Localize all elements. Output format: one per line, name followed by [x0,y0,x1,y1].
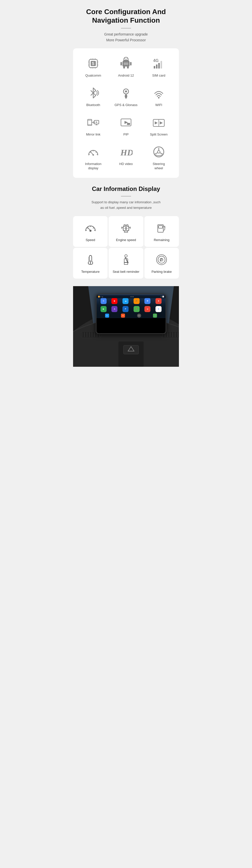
gps-icon [119,85,133,100]
bottom-icon-2: N [121,314,125,318]
feature-qualcomm: S Qualcomm [78,56,108,78]
feature-gps: GPS & Glonass [111,85,141,107]
svg-point-86 [126,229,126,229]
info-temperature: Temperature [73,248,107,279]
fuel-icon [155,221,168,235]
svg-text:4G: 4G [153,58,158,63]
svg-rect-27 [130,62,131,65]
car-image: 📶 ✦ ▲ 15:31 ☰ ⬜ C ▶ ☁ 🎵 ⚙ ■ ▶ A [73,286,179,367]
app-icon-8: 📍 [133,306,139,312]
parking-brake-icon: P [155,253,168,267]
parking-label: Parking brake [152,270,171,274]
gps-label: GPS & Glonass [115,103,137,107]
svg-rect-75 [124,225,126,226]
feature-hd: HD HD video [111,144,141,170]
page-title: Core Configuration And Navigation Functi… [86,7,166,25]
svg-rect-32 [154,66,155,68]
engine-icon [119,221,133,235]
car-dashboard: 📶 ✦ ▲ 15:31 ☰ ⬜ C ▶ ☁ 🎵 ⚙ ■ ▶ A [73,286,179,367]
thermometer-icon [84,253,97,267]
youtube-icon: ▶ [112,298,118,304]
svg-point-73 [90,230,91,231]
svg-point-97 [127,262,128,263]
svg-point-21 [125,59,126,60]
engine-label: Engine speed [116,238,136,242]
feature-steering: Steering wheel [144,144,174,170]
4g-icon: 4G [151,56,166,71]
svg-rect-35 [160,61,162,68]
bottom-icon-1: R [105,314,109,318]
split-label: Split Screen [150,132,167,137]
bluetooth-label: Bluetooth [87,103,100,107]
subtitle: Great performance upgrade More Powerful … [104,31,148,43]
page-wrapper: Core Configuration And Navigation Functi… [68,0,184,367]
app-icon-1: ☁ [123,298,128,304]
app-icon-3: ⚙ [145,298,151,304]
title-line1: Core Configuration And [86,8,166,16]
svg-rect-30 [124,62,128,65]
svg-line-66 [160,153,163,154]
info-engine: Engine speed [108,216,143,247]
wifi-icon [151,85,166,100]
svg-line-71 [93,228,94,228]
svg-marker-53 [160,121,163,124]
app-icon-6: A [112,306,118,312]
bottom-icon-3: ⊙ [137,314,141,318]
seatbelt-label: Seat belt reminder [113,270,139,274]
svg-text:HD: HD [120,148,132,157]
speed-label: Speed [86,238,95,242]
chrome-icon: C [100,298,106,304]
hd-icon: HD [119,144,133,159]
split-icon [151,115,166,130]
seatbelt-icon [119,253,133,267]
svg-rect-34 [158,63,160,68]
svg-point-63 [158,151,160,153]
feature-sim: 4G SIM card [144,56,174,78]
google-icon: G [156,306,161,312]
svg-point-22 [127,59,127,60]
bluetooth-icon [86,85,101,100]
car-info-grid: Speed [73,216,179,279]
mirror-label: Mirror link [86,132,100,137]
svg-rect-28 [123,66,125,68]
app-icon-7: P [123,306,128,312]
title-line2: Navigation Function [92,17,160,24]
screen-bezel: 📶 ✦ ▲ 15:31 ☰ ⬜ C ▶ ☁ 🎵 ⚙ ■ ▶ A [96,294,166,334]
feature-grid: S Qualcomm [78,56,174,170]
info-speed: Speed [73,216,107,247]
gmail-icon: M [145,306,151,312]
subtitle-line2: More Powerful Processor [106,38,146,42]
chip-icon: S [86,56,101,71]
car-info-desc: Support to display many car infomration … [92,199,160,210]
remaining-label: Remaining [154,238,169,242]
car-info-title: Car Information Display [92,185,160,192]
feature-split: Split Screen [144,115,174,137]
pip-icon [119,115,133,130]
svg-point-95 [125,255,127,257]
svg-rect-29 [127,66,129,68]
feature-bluetooth: Bluetooth [78,85,108,107]
bottom-icon-4: 🔊 [153,314,157,318]
android-icon [119,56,133,71]
subtitle-line1: Great performance upgrade [104,32,148,36]
svg-line-23 [125,58,125,59]
app-icon-2: 🎵 [133,298,139,304]
info-label: Information display [85,162,101,170]
feature-pip: PIP [111,115,141,137]
screen-status-bar: 📶 ✦ ▲ 15:31 ☰ ⬜ [96,295,165,298]
wifi-label: WIFI [155,103,162,107]
svg-rect-76 [126,225,128,226]
pip-label: PIP [124,132,129,137]
sim-label: SIM card [152,73,165,78]
info-parking: P Parking brake [145,248,179,279]
feature-card: S Qualcomm [73,49,179,178]
steering-icon [151,144,166,159]
temperature-label: Temperature [81,270,99,274]
info-remaining: Remaining [145,216,179,247]
speedometer-icon [86,144,101,159]
feature-wifi: WIFI [144,85,174,107]
svg-point-60 [93,154,94,156]
info-seatbelt: Seat belt reminder [108,248,143,279]
svg-line-65 [154,153,158,154]
title-divider [121,28,131,28]
